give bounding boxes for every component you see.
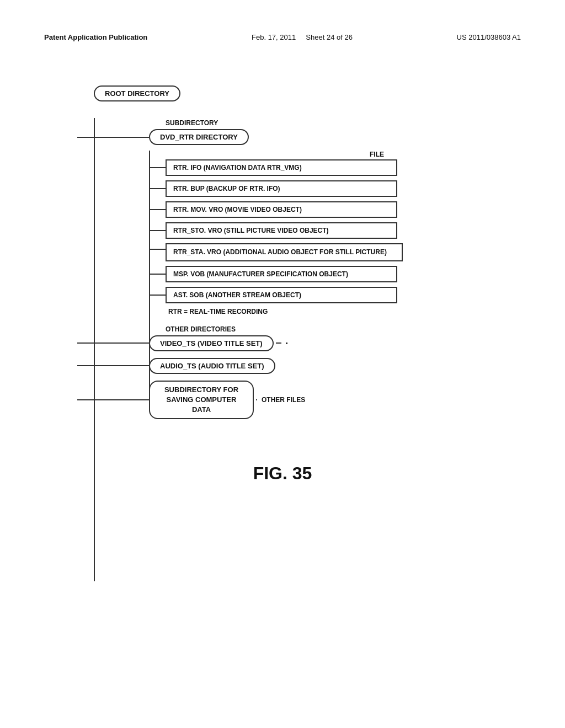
other-files-label: OTHER FILES (262, 396, 305, 404)
file-row-4: RTR_STO. VRO (STILL PICTURE VIDEO OBJECT… (149, 222, 521, 239)
file-2-box: RTR. BUP (BACKUP OF RTR. IFO) (166, 180, 397, 197)
files-area: FILE RTR. IFO (NAVIGATION DATA RTR_VMG) … (149, 151, 521, 315)
header-sheet: Sheet 24 of 26 (306, 33, 353, 41)
file-3-box: RTR. MOV. VRO (MOVIE VIDEO OBJECT) (166, 201, 397, 218)
diagram: ROOT DIRECTORY SUBDIRECTORY DVD_RTR DIRE… (77, 85, 521, 419)
file-2-hline (149, 188, 166, 189)
dvd-rtr-node: DVD_RTR DIRECTORY (149, 129, 249, 145)
file-6-box: MSP. VOB (MANUFACTURER SPECIFICATION OBJ… (166, 266, 397, 282)
file-row-5: RTR_STA. VRO (ADDITIONAL AUDIO OBJECT FO… (149, 243, 521, 261)
file-label: FILE (370, 151, 521, 158)
root-directory-node: ROOT DIRECTORY (94, 85, 180, 101)
computer-data-dot-line (256, 399, 257, 400)
page: Patent Application Publication Feb. 17, … (0, 0, 565, 728)
subdirectory-label: SUBDIRECTORY (166, 119, 218, 127)
audio-ts-branch: AUDIO_TS (AUDIO TITLE SET) (77, 358, 521, 374)
file-row-6: MSP. VOB (MANUFACTURER SPECIFICATION OBJ… (149, 266, 521, 282)
file-row-3: RTR. MOV. VRO (MOVIE VIDEO OBJECT) (149, 201, 521, 218)
file-6-hline (149, 274, 166, 275)
computer-data-node: SUBDIRECTORY FORSAVING COMPUTER DATA (149, 381, 254, 420)
page-header: Patent Application Publication Feb. 17, … (44, 33, 521, 41)
file-row-7: AST. SOB (ANOTHER STREAM OBJECT) (149, 287, 521, 303)
file-row-1: RTR. IFO (NAVIGATION DATA RTR_VMG) (149, 159, 521, 176)
video-ts-node: VIDEO_TS (VIDEO TITLE SET) (149, 335, 274, 351)
dvd-rtr-hline (77, 137, 149, 138)
dvd-rtr-branch: SUBDIRECTORY DVD_RTR DIRECTORY FILE (77, 118, 521, 315)
other-directories-label: OTHER DIRECTORIES (166, 325, 236, 333)
file-1-hline (149, 167, 166, 168)
file-5-box: RTR_STA. VRO (ADDITIONAL AUDIO OBJECT FO… (166, 243, 403, 261)
video-ts-dot: · (284, 337, 290, 350)
video-ts-hline (77, 342, 149, 344)
computer-data-hline (77, 399, 149, 400)
file-5-hline (149, 249, 166, 250)
header-date: Feb. 17, 2011 (252, 33, 296, 41)
computer-data-branch: SUBDIRECTORY FORSAVING COMPUTER DATA OTH… (77, 381, 521, 420)
file-7-box: AST. SOB (ANOTHER STREAM OBJECT) (166, 287, 397, 303)
file-7-hline (149, 295, 166, 296)
file-1-box: RTR. IFO (NAVIGATION DATA RTR_VMG) (166, 159, 397, 176)
file-3-hline (149, 209, 166, 210)
header-date-sheet: Feb. 17, 2011 Sheet 24 of 26 (252, 33, 353, 41)
audio-ts-hline (77, 365, 149, 366)
file-4-hline (149, 230, 166, 231)
video-ts-branch: OTHER DIRECTORIES VIDEO_TS (VIDEO TITLE … (77, 324, 521, 351)
file-row-2: RTR. BUP (BACKUP OF RTR. IFO) (149, 180, 521, 197)
rtr-note: RTR = REAL-TIME RECORDING (168, 308, 521, 315)
dvd-rtr-vline (149, 151, 150, 390)
main-vertical-line (94, 118, 95, 581)
file-4-box: RTR_STO. VRO (STILL PICTURE VIDEO OBJECT… (166, 222, 397, 239)
audio-ts-node: AUDIO_TS (AUDIO TITLE SET) (149, 358, 275, 374)
video-ts-dot-connector (276, 342, 281, 344)
header-patent-number: US 2011/038603 A1 (457, 33, 521, 41)
header-publication: Patent Application Publication (44, 33, 147, 41)
figure-caption: FIG. 35 (44, 463, 521, 484)
